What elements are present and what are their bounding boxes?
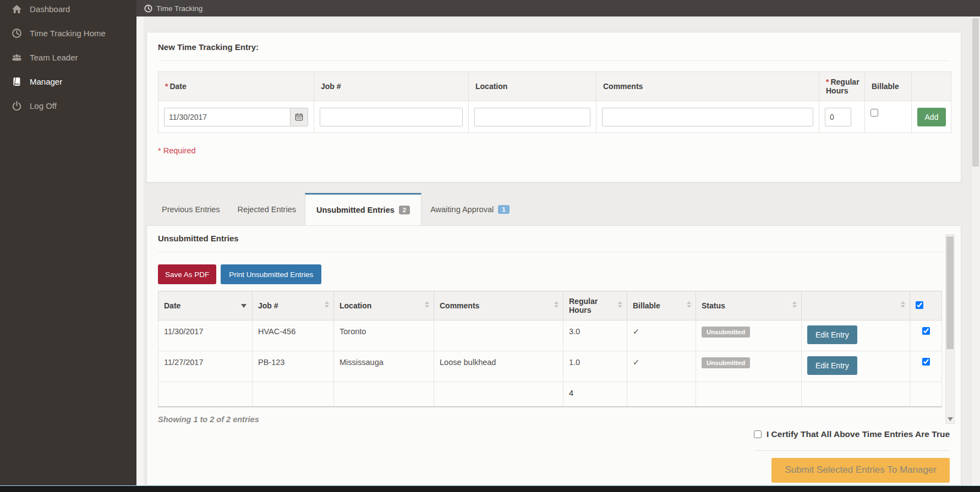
status-badge: Unsubmitted (702, 357, 750, 368)
table-scrollbar-thumb[interactable] (946, 236, 954, 349)
sidebar-item-label: Team Leader (30, 53, 78, 62)
tab-awaiting-approval[interactable]: Awaiting Approval 1 (421, 193, 518, 225)
submit-selected-entries-button[interactable]: Submit Selected Entries To Manager (771, 458, 950, 483)
edit-entry-button[interactable]: Edit Entry (807, 325, 857, 344)
edit-entry-button[interactable]: Edit Entry (807, 356, 857, 375)
required-asterisk: * (826, 78, 829, 86)
unsubmitted-entries-table: Date Job # Location Comments Regular Hou… (158, 291, 942, 407)
column-header-actions[interactable] (802, 291, 910, 320)
select-all-checkbox[interactable] (916, 301, 923, 309)
job-input[interactable] (320, 108, 463, 126)
column-header-billable[interactable]: Billable (627, 291, 696, 320)
form-title: New Time Tracking Entry: (158, 42, 950, 52)
column-header-comments[interactable]: Comments (434, 291, 563, 320)
entries-tabs: Previous Entries Rejected Entries Unsubm… (153, 193, 518, 225)
sort-icon (554, 301, 559, 308)
save-as-pdf-button[interactable]: Save As PDF (158, 264, 216, 284)
new-entry-form: *Date Job # Location Comments *Regular H… (158, 71, 951, 133)
tab-rejected-entries[interactable]: Rejected Entries (229, 193, 305, 225)
sort-icon (325, 301, 329, 308)
entries-summary: Showing 1 to 2 of 2 entries (158, 415, 950, 424)
sidebar-item-dashboard[interactable]: Dashboard (0, 0, 136, 21)
sidebar-item-team-leader[interactable]: Team Leader (0, 45, 136, 69)
sidebar-item-label: Manager (30, 77, 62, 86)
clock-icon (12, 28, 22, 38)
billable-checkbox[interactable] (870, 109, 878, 117)
home-icon (12, 4, 22, 14)
status-badge: Unsubmitted (702, 327, 750, 338)
table-header-row: Date Job # Location Comments Regular Hou… (158, 291, 942, 320)
form-header-location: Location (469, 72, 596, 101)
scroll-down-arrow-icon[interactable] (948, 417, 953, 421)
sort-icon (618, 301, 622, 308)
cell-location: Toronto (334, 320, 434, 351)
divider (158, 252, 950, 252)
required-asterisk: * (165, 82, 168, 91)
sidebar: Dashboard Time Tracking Home Team Leader… (0, 0, 136, 492)
table-row: 11/27/2017 PB-123 Mississauga Loose bulk… (158, 351, 942, 382)
cell-date: 11/30/2017 (158, 320, 253, 351)
sidebar-item-time-tracking-home[interactable]: Time Tracking Home (0, 21, 136, 45)
cell-status: Unsubmitted (696, 351, 802, 382)
new-entry-panel: New Time Tracking Entry: *Date Job # Loc… (146, 32, 961, 183)
cell-regular-hours: 1.0 (563, 351, 627, 382)
column-header-select-all (910, 291, 942, 320)
required-note: * Required (158, 146, 950, 155)
cell-comments: Loose bulkhead (434, 351, 563, 382)
sidebar-item-manager[interactable]: Manager (0, 69, 136, 93)
form-header-comments: Comments (596, 72, 819, 101)
form-header-add (912, 72, 951, 101)
form-header-billable: Billable (865, 72, 912, 101)
column-header-regular-hours[interactable]: Regular Hours (563, 291, 627, 320)
cell-location: Mississauga (334, 351, 434, 382)
divider (754, 450, 950, 451)
page-scrollbar[interactable] (971, 16, 980, 485)
table-row: 11/30/2017 HVAC-456 Toronto 3.0 ✓ Unsubm… (158, 320, 942, 351)
cell-billable: ✓ (627, 320, 696, 351)
comments-input[interactable] (602, 108, 813, 126)
print-unsubmitted-button[interactable]: Print Unsubmitted Entries (221, 264, 321, 284)
column-header-job[interactable]: Job # (253, 291, 334, 320)
form-header-date: *Date (158, 72, 314, 101)
cell-regular-hours: 3.0 (563, 320, 627, 351)
unsubmitted-entries-title: Unsubmitted Entries (158, 234, 950, 243)
topbar: Time Tracking (136, 0, 980, 16)
book-icon (12, 76, 22, 87)
table-footer-row: 4 (158, 382, 942, 407)
cell-job: PB-123 (253, 351, 334, 382)
cell-comments (434, 320, 563, 351)
cell-job: HVAC-456 (253, 320, 334, 351)
tab-previous-entries[interactable]: Previous Entries (153, 193, 229, 225)
sort-icon (425, 301, 429, 308)
certify-label: I Certify That All Above Time Entries Ar… (767, 429, 950, 439)
date-input[interactable] (164, 108, 290, 126)
location-input[interactable] (474, 108, 590, 126)
column-header-status[interactable]: Status (696, 291, 802, 320)
row-select-checkbox[interactable] (922, 358, 930, 366)
sort-icon (901, 301, 905, 308)
window-bottom-bar (0, 485, 980, 492)
regular-hours-input[interactable] (825, 108, 851, 126)
unsubmitted-count-badge: 2 (399, 206, 410, 214)
awaiting-count-badge: 1 (498, 205, 509, 214)
add-button[interactable]: Add (917, 108, 946, 126)
unsubmitted-entries-panel: Unsubmitted Entries Save As PDF Print Un… (146, 225, 961, 485)
column-header-location[interactable]: Location (334, 291, 434, 320)
sort-icon (792, 301, 797, 308)
sort-icon (687, 301, 691, 308)
form-header-regular-hours: *Regular Hours (819, 72, 865, 101)
sidebar-item-log-off[interactable]: Log Off (0, 93, 136, 118)
row-select-checkbox[interactable] (922, 327, 930, 335)
certify-checkbox[interactable] (754, 430, 762, 438)
cell-status: Unsubmitted (696, 320, 802, 351)
calendar-icon[interactable] (290, 108, 308, 126)
regular-hours-total: 4 (563, 382, 627, 407)
tab-unsubmitted-entries[interactable]: Unsubmitted Entries 2 (305, 193, 421, 225)
sidebar-item-label: Log Off (30, 101, 57, 110)
page-scrollbar-thumb[interactable] (972, 18, 979, 167)
cell-billable: ✓ (627, 351, 696, 382)
divider (158, 60, 950, 61)
column-header-date[interactable]: Date (158, 291, 253, 320)
table-scrollbar[interactable] (945, 234, 955, 424)
sort-desc-icon (241, 304, 247, 308)
